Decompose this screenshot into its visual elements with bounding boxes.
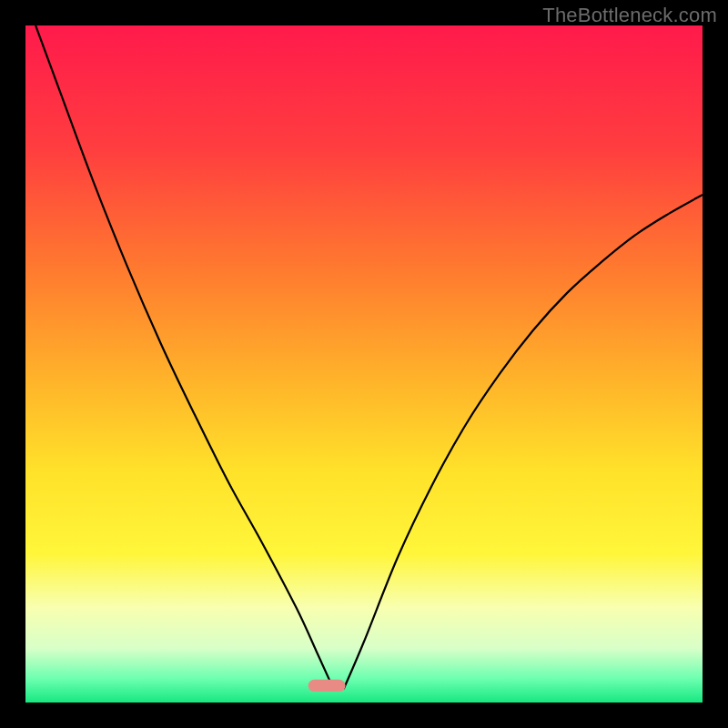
- watermark-text: TheBottleneck.com: [542, 4, 717, 27]
- chart-frame: TheBottleneck.com: [0, 0, 728, 728]
- gradient-background: [25, 25, 703, 703]
- bottleneck-plot: [25, 25, 703, 703]
- optimum-marker: [308, 680, 346, 692]
